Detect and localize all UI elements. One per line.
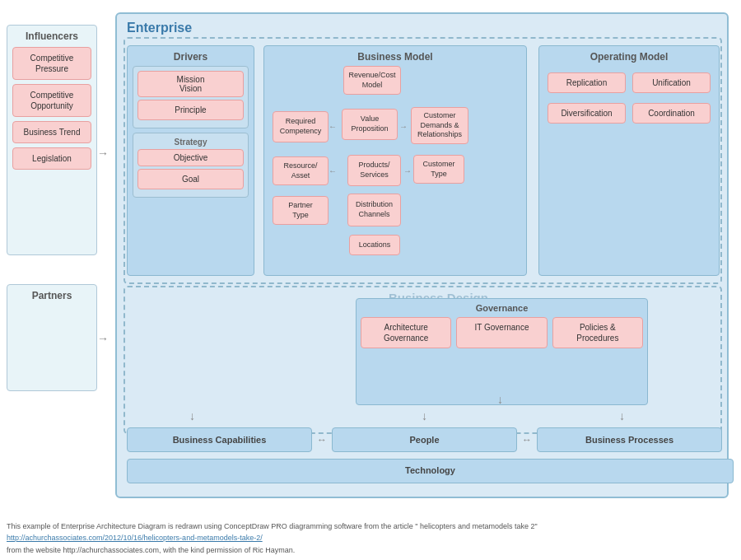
influencers-title: Influencers	[12, 30, 91, 42]
drivers-mission-vision-group: MissionVision Principle	[133, 66, 249, 128]
influencer-competitive-opportunity: CompetitiveOpportunity	[12, 84, 91, 117]
op-unification: Unification	[632, 72, 711, 93]
drivers-panel: Drivers MissionVision Principle Strategy…	[127, 45, 254, 276]
up-arrow-gov: ↓	[497, 393, 503, 406]
drivers-goal: Goal	[137, 169, 244, 189]
drivers-principle: Principle	[137, 100, 244, 120]
horiz-arrow-1: ↔	[315, 434, 329, 446]
governance-area: Governance ArchitectureGovernance IT Gov…	[356, 298, 648, 405]
gov-it: IT Governance	[456, 317, 547, 348]
enterprise-title: Enterprise	[127, 21, 720, 35]
bm-partner-type: PartnerType	[273, 196, 329, 225]
footer: This example of Enterprise Architecture …	[7, 520, 734, 556]
down-arrow-processes: ↓	[619, 409, 625, 422]
op-coordination: Coordination	[632, 103, 711, 124]
main-container: Influencers CompetitivePressure Competit…	[0, 0, 741, 560]
business-capabilities-box: Business Capabilities	[127, 427, 312, 452]
footer-line2: from the website http://achurchassociate…	[7, 544, 734, 556]
down-arrow-people: ↓	[422, 409, 427, 422]
drivers-title: Drivers	[133, 51, 249, 63]
arrow4: ←	[329, 166, 337, 175]
horiz-arrow-2: ↔	[520, 434, 534, 446]
arrow3: →	[403, 166, 412, 175]
gov-architecture: ArchitectureGovernance	[361, 317, 451, 348]
influencers-arrow: →	[97, 147, 109, 160]
bm-required: RequiredCompetency	[273, 111, 329, 142]
bm-value: ValueProposition	[342, 109, 398, 140]
drivers-objective: Objective	[137, 149, 244, 166]
business-model-panel: Business Model Revenue/CostModel ValuePr…	[263, 45, 527, 276]
enterprise-panel: Enterprise Business Intent Business Desi…	[115, 12, 729, 498]
bm-revenue: Revenue/CostModel	[343, 66, 401, 95]
business-model-title: Business Model	[269, 51, 521, 63]
drivers-strategy-group: Strategy Objective Goal	[133, 133, 249, 198]
footer-line1: This example of Enterprise Architecture …	[7, 520, 734, 532]
business-processes-box: Business Processes	[537, 427, 722, 452]
influencer-competitive-pressure: CompetitivePressure	[12, 47, 91, 80]
partners-arrow: →	[97, 332, 109, 345]
op-diversification: Diversification	[548, 103, 626, 124]
drivers-strategy-label: Strategy	[137, 138, 244, 147]
influencers-panel: Influencers CompetitivePressure Competit…	[7, 25, 97, 255]
bm-products: Products/Services	[347, 155, 401, 186]
down-arrow-capabilities: ↓	[189, 409, 195, 422]
bm-customer-demands: CustomerDemands &Relationships	[411, 107, 468, 144]
operating-model-panel: Operating Model Replication Unification …	[538, 45, 720, 276]
arrow1: ←	[329, 122, 337, 131]
bm-distribution: DistributionChannels	[347, 194, 401, 226]
influencer-business-trend: Business Trend	[12, 121, 91, 143]
partners-panel: Partners	[7, 284, 97, 391]
operating-model-grid: Replication Unification Diversification …	[544, 69, 714, 130]
partners-title: Partners	[12, 290, 91, 301]
bm-locations: Locations	[349, 235, 400, 255]
governance-title: Governance	[361, 303, 643, 313]
governance-grid: ArchitectureGovernance IT Governance Pol…	[361, 317, 643, 352]
footer-link[interactable]: http://achurchassociates.com/2012/10/16/…	[7, 534, 263, 542]
bottom-row: Business Capabilities ↔ People ↔ Busines…	[127, 424, 722, 455]
operating-model-title: Operating Model	[544, 51, 714, 63]
bm-customer-type: CustomerType	[413, 155, 464, 184]
influencer-legislation: Legislation	[12, 147, 91, 170]
people-box: People	[332, 427, 517, 452]
arrow2: →	[399, 122, 408, 131]
technology-box: Technology	[127, 459, 734, 483]
drivers-mission-vision: MissionVision	[137, 71, 244, 97]
bm-resource: Resource/Asset	[273, 156, 329, 185]
gov-policies: Policies &Procedures	[552, 317, 643, 348]
op-replication: Replication	[548, 72, 626, 93]
